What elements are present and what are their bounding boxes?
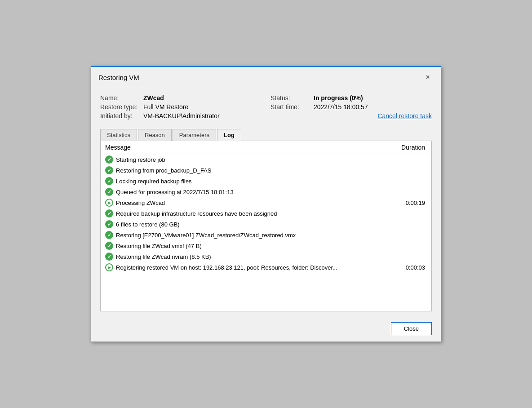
initiated-by-row: Initiated by: VM-BACKUP\Administrator [100,112,262,120]
table-row: Starting restore job [101,154,431,165]
play-icon [105,199,113,207]
table-row: Restoring [E2700_VMware01] ZWcad_restore… [101,230,431,240]
check-icon [105,166,113,174]
log-message: Processing ZWcad [116,200,165,206]
log-message: Restoring file ZWcad.vmxf (47 B) [116,243,202,249]
table-row: Registering restored VM on host: 192.168… [101,262,431,273]
table-row: Restoring file ZWcad.vmxf (47 B) [101,240,431,251]
table-row: Processing ZWcad0:00:19 [101,197,431,208]
status-row: Status: In progress (0%) [270,94,432,102]
log-message: 6 files to restore (80 GB) [116,221,180,228]
log-duration [390,186,431,197]
restoring-vm-dialog: Restoring VM × Name: ZWcad Restore type:… [91,66,441,342]
log-duration [390,165,431,176]
check-icon [105,220,113,228]
restore-type-value: Full VM Restore [143,103,188,111]
log-message: Locking required backup files [116,178,191,185]
table-row: Queued for processing at 2022/7/15 18:01… [101,186,431,197]
window-close-button[interactable]: × [422,71,434,83]
info-section: Name: ZWcad Restore type: Full VM Restor… [91,87,441,126]
log-message: Restoring file ZWcad.nvram (8.5 KB) [116,253,211,260]
log-message: Restoring [E2700_VMware01] ZWcad_restore… [116,232,296,239]
right-info: Status: In progress (0%) Start time: 202… [270,94,432,121]
tab-log[interactable]: Log [217,129,241,141]
tab-statistics[interactable]: Statistics [100,129,137,141]
table-row: 6 files to restore (80 GB) [101,219,431,230]
col-duration: Duration [390,141,431,154]
check-icon [105,155,113,164]
col-message: Message [101,141,390,154]
cancel-row: Cancel restore task [270,112,432,120]
start-time-label: Start time: [270,103,311,111]
log-duration [390,154,431,165]
log-duration [390,219,431,230]
tabs: Statistics Reason Parameters Log [100,129,432,141]
log-duration: 0:00:19 [390,197,431,208]
dialog-title: Restoring VM [98,74,139,81]
initiated-by-value: VM-BACKUP\Administrator [143,112,220,120]
table-row: Restoring from prod_backup_D_FAS [101,165,431,176]
tab-reason[interactable]: Reason [138,129,172,141]
left-info: Name: ZWcad Restore type: Full VM Restor… [100,94,262,121]
check-icon [105,253,113,261]
initiated-by-label: Initiated by: [100,112,141,120]
log-duration [390,230,431,240]
log-header-row: Message Duration [101,141,431,154]
check-icon [105,242,113,250]
check-icon [105,231,113,239]
log-message: Queued for processing at 2022/7/15 18:01… [116,189,234,195]
cancel-restore-link[interactable]: Cancel restore task [377,112,432,120]
name-row: Name: ZWcad [100,94,262,102]
log-duration: 0:00:03 [390,262,431,273]
tabs-section: Statistics Reason Parameters Log [91,129,441,141]
play-icon [105,263,113,271]
log-message: Restoring from prod_backup_D_FAS [116,167,211,174]
status-label: Status: [270,94,311,102]
status-value: In progress (0%) [314,94,363,102]
log-message: Required backup infrastructure resources… [116,210,277,217]
table-row: Locking required backup files [101,176,431,186]
check-icon [105,188,113,196]
title-bar: Restoring VM × [91,67,441,87]
restore-type-row: Restore type: Full VM Restore [100,103,262,111]
check-icon [105,209,113,217]
log-container: Message Duration Starting restore jobRes… [100,141,432,311]
close-button[interactable]: Close [391,322,432,335]
name-value: ZWcad [143,94,164,102]
start-time-row: Start time: 2022/7/15 18:00:57 [270,103,432,111]
name-label: Name: [100,94,141,102]
table-row: Restoring file ZWcad.nvram (8.5 KB) [101,251,431,262]
log-duration [390,176,431,186]
footer: Close [91,319,441,341]
log-table: Message Duration Starting restore jobRes… [101,141,431,273]
tab-parameters[interactable]: Parameters [173,129,216,141]
log-duration [390,251,431,262]
log-duration [390,208,431,219]
start-time-value: 2022/7/15 18:00:57 [314,103,368,111]
log-message: Starting restore job [116,156,165,163]
restore-type-label: Restore type: [100,103,141,111]
check-icon [105,177,113,185]
log-message: Registering restored VM on host: 192.168… [116,264,337,271]
table-row: Required backup infrastructure resources… [101,208,431,219]
log-duration [390,240,431,251]
